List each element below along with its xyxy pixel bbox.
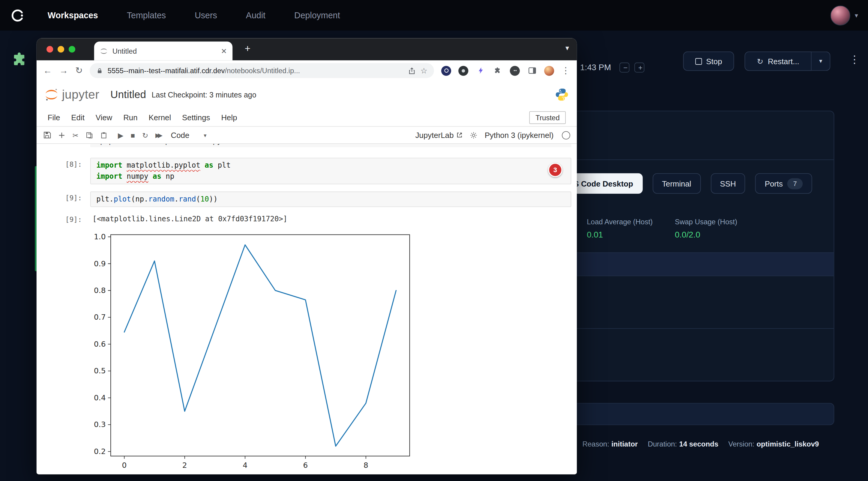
- kernel-name[interactable]: Python 3 (ipykernel): [485, 131, 554, 140]
- code-cell[interactable]: plt.plot(np.random.rand(10)): [90, 192, 571, 207]
- back-icon[interactable]: ←: [43, 66, 52, 75]
- screen: WorkspacesTemplatesUsersAuditDeployment …: [0, 0, 868, 481]
- jupyter-header: jupyter Untitled Last Checkpoint: 3 minu…: [37, 81, 577, 108]
- cell-type-dropdown[interactable]: Code ▾: [171, 131, 207, 140]
- restart-kernel-icon[interactable]: ↻: [142, 131, 148, 139]
- svg-text:0.4: 0.4: [94, 393, 106, 402]
- cell-type-value: Code: [171, 131, 190, 140]
- github-extension-icon[interactable]: [458, 66, 468, 75]
- workspace-apps-row: VS Code DesktopTerminalSSHPorts7: [559, 173, 812, 194]
- kernel-status-icon: [562, 131, 570, 139]
- tab-close-icon[interactable]: ✕: [221, 47, 227, 55]
- extensions-puzzle-icon[interactable]: [493, 66, 503, 75]
- interrupt-kernel-icon[interactable]: ■: [130, 131, 135, 139]
- input-prompt: [8]:: [53, 160, 82, 168]
- browser-menu-icon[interactable]: ⋮: [561, 65, 570, 76]
- trusted-button[interactable]: Trusted: [529, 111, 566, 124]
- window-controls: [46, 46, 75, 53]
- menu-kernel[interactable]: Kernel: [143, 113, 177, 122]
- save-icon[interactable]: [43, 131, 51, 139]
- svg-text:4: 4: [243, 461, 247, 470]
- nav-item-audit[interactable]: Audit: [246, 10, 266, 20]
- workspace-more-menu[interactable]: ⋮: [846, 53, 863, 66]
- browser-addressbar: ← → ↻ 5555--main--test--matifali.atif.cd…: [37, 60, 577, 81]
- code-token: plot: [114, 195, 131, 203]
- new-tab-button[interactable]: +: [245, 43, 250, 55]
- code-cell[interactable]: import matplotlib.pyplot as pltimport nu…: [90, 158, 571, 185]
- code-token: numpy: [127, 172, 148, 181]
- stat-swap-usage-host-: Swap Usage (Host)0.0/2.0: [675, 217, 737, 239]
- extension-icon-2[interactable]: [510, 66, 520, 75]
- nav-item-workspaces[interactable]: Workspaces: [48, 10, 98, 20]
- stop-icon: [695, 58, 702, 64]
- code-token: .: [109, 195, 113, 203]
- onepassword-extension-icon[interactable]: [441, 66, 451, 75]
- restart-icon: ↻: [757, 57, 764, 66]
- app-label: Ports: [765, 179, 783, 188]
- minimize-window-button[interactable]: [58, 46, 64, 53]
- restart-workspace-button[interactable]: ↻ Restart...: [744, 52, 811, 71]
- autostop-time: 1:43 PM: [580, 63, 611, 72]
- notebook-title[interactable]: Untitled: [111, 89, 146, 101]
- menu-view[interactable]: View: [90, 113, 118, 122]
- code-token: np: [161, 172, 174, 181]
- menu-settings[interactable]: Settings: [177, 113, 216, 122]
- stat-label: Swap Usage (Host): [675, 217, 737, 226]
- close-window-button[interactable]: [46, 46, 53, 53]
- deadline-minus-button[interactable]: −: [619, 63, 629, 72]
- bookmark-star-icon[interactable]: ☆: [421, 66, 427, 75]
- cut-cell-icon[interactable]: ✂: [72, 131, 79, 139]
- add-cell-icon[interactable]: [58, 131, 65, 138]
- reload-icon[interactable]: ↻: [75, 65, 83, 76]
- jupyter-wordmark: jupyter: [62, 88, 99, 102]
- jupyter-logo: jupyter: [44, 88, 100, 102]
- external-link-icon: [457, 132, 463, 138]
- share-icon[interactable]: [408, 67, 416, 74]
- matplotlib-figure: 024680.20.30.40.50.60.70.80.91.0: [89, 230, 421, 474]
- coder-logo: [10, 7, 26, 23]
- app-button-terminal[interactable]: Terminal: [653, 173, 701, 194]
- url-omnibox[interactable]: 5555--main--test--matifali.atif.cdr.dev/…: [90, 63, 434, 78]
- clipped-cell[interactable]: %pip install matplotlib numpy: [90, 144, 571, 147]
- workspace-template-puzzle-icon: [11, 52, 29, 69]
- paste-cell-icon[interactable]: [100, 131, 107, 138]
- restart-run-all-icon[interactable]: ▶▶: [155, 131, 160, 138]
- jupyter-menus: FileEditViewRunKernelSettingsHelp: [42, 113, 243, 122]
- user-avatar[interactable]: [830, 5, 850, 25]
- jupyter-logo-icon: [44, 88, 59, 102]
- nav-item-users[interactable]: Users: [195, 10, 217, 20]
- menu-run[interactable]: Run: [118, 113, 143, 122]
- tab-title: Untitled: [113, 47, 217, 55]
- meta-duration-: Duration:14 seconds: [648, 440, 718, 448]
- build-meta: Reason:initiatorDuration:14 secondsVersi…: [583, 440, 819, 448]
- jupyter-menubar: FileEditViewRunKernelSettingsHelp Truste…: [37, 108, 577, 127]
- menu-help[interactable]: Help: [216, 113, 243, 122]
- lightning-extension-icon[interactable]: [475, 66, 485, 75]
- url-text: 5555--main--test--matifali.atif.cdr.dev/…: [108, 66, 404, 75]
- tab-search-chevron-icon[interactable]: ▾: [565, 44, 569, 52]
- app-button-ssh[interactable]: SSH: [711, 173, 745, 194]
- nav-item-deployment[interactable]: Deployment: [294, 10, 340, 20]
- deadline-plus-button[interactable]: +: [634, 63, 644, 72]
- copy-cell-icon[interactable]: [86, 131, 93, 138]
- side-panel-icon[interactable]: [527, 66, 537, 75]
- zoom-window-button[interactable]: [69, 46, 75, 53]
- app-button-ports[interactable]: Ports7: [755, 173, 812, 194]
- checkpoint-status: Last Checkpoint: 3 minutes ago: [152, 91, 256, 99]
- restart-options-chevron[interactable]: ▾: [812, 52, 831, 71]
- open-in-jupyterlab-link[interactable]: JupyterLab: [415, 131, 463, 140]
- app-label: Terminal: [662, 179, 691, 188]
- nav-item-templates[interactable]: Templates: [127, 10, 166, 20]
- menu-edit[interactable]: Edit: [66, 113, 90, 122]
- code-token: .: [174, 195, 179, 203]
- user-menu-chevron-icon[interactable]: ▾: [855, 11, 858, 19]
- forward-icon[interactable]: →: [59, 66, 68, 75]
- stop-workspace-button[interactable]: Stop: [683, 52, 734, 71]
- browser-profile-avatar[interactable]: [544, 66, 554, 75]
- settings-gear-icon[interactable]: [470, 131, 477, 138]
- stat-load-average-host-: Load Average (Host)0.01: [587, 217, 653, 239]
- code-token: import: [96, 172, 122, 181]
- menu-file[interactable]: File: [42, 113, 66, 122]
- run-cell-icon[interactable]: ▶: [118, 131, 123, 139]
- browser-tab[interactable]: Untitled ✕: [94, 41, 232, 60]
